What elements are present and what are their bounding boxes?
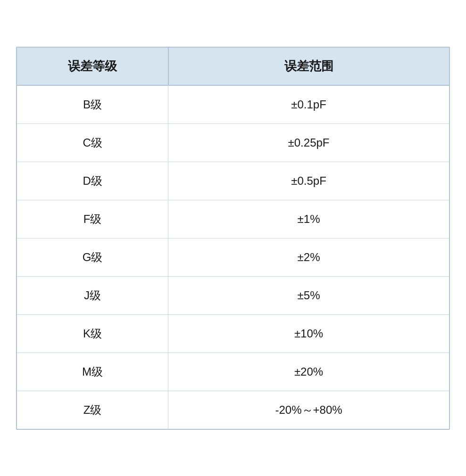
header-range: 误差范围 — [168, 48, 449, 85]
grade-cell: B级 — [17, 85, 168, 124]
range-cell: ±2% — [168, 238, 449, 276]
grade-cell: K级 — [17, 314, 168, 353]
table-row: F级±1% — [17, 200, 449, 238]
range-cell: ±5% — [168, 276, 449, 314]
range-cell: ±10% — [168, 314, 449, 353]
range-cell: ±0.1pF — [168, 85, 449, 124]
table-row: C级±0.25pF — [17, 123, 449, 162]
table-row: M级±20% — [17, 353, 449, 391]
grade-cell: C级 — [17, 123, 168, 162]
grade-cell: F级 — [17, 200, 168, 238]
table-row: K级±10% — [17, 314, 449, 353]
range-cell: ±1% — [168, 200, 449, 238]
range-cell: -20%～+80% — [168, 391, 449, 429]
table-row: D级±0.5pF — [17, 162, 449, 200]
grade-cell: J级 — [17, 276, 168, 314]
table-row: G级±2% — [17, 238, 449, 276]
range-cell: ±20% — [168, 353, 449, 391]
table-row: B级±0.1pF — [17, 85, 449, 124]
table-row: Z级-20%～+80% — [17, 391, 449, 429]
header-grade: 误差等级 — [17, 48, 168, 85]
grade-cell: G级 — [17, 238, 168, 276]
range-cell: ±0.25pF — [168, 123, 449, 162]
grade-cell: Z级 — [17, 391, 168, 429]
range-cell: ±0.5pF — [168, 162, 449, 200]
table-row: J级±5% — [17, 276, 449, 314]
table-header-row: 误差等级 误差范围 — [17, 48, 449, 85]
error-grade-table: 误差等级 误差范围 B级±0.1pFC级±0.25pFD级±0.5pFF级±1%… — [16, 47, 450, 430]
grade-cell: M级 — [17, 353, 168, 391]
grade-cell: D级 — [17, 162, 168, 200]
